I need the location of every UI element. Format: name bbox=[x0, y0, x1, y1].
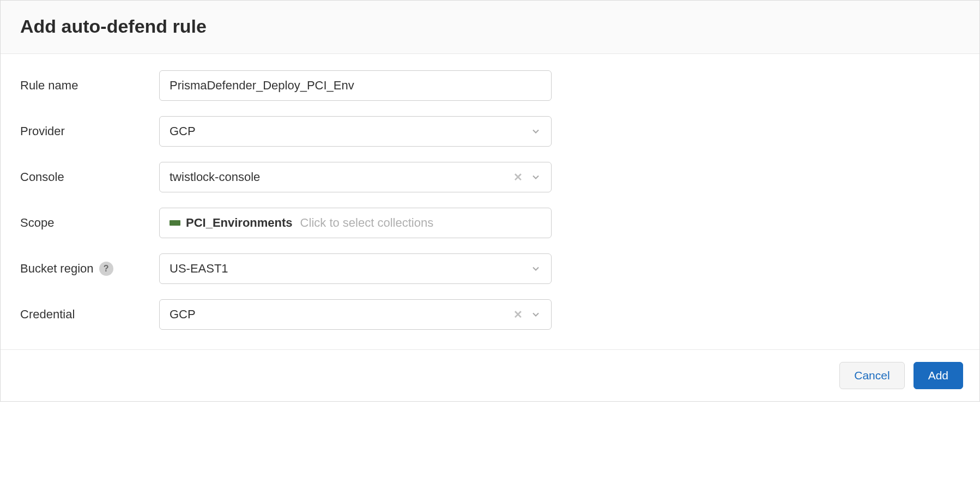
rule-name-row: Rule name bbox=[20, 70, 960, 101]
dialog-header: Add auto-defend rule bbox=[1, 1, 979, 54]
rule-name-input[interactable] bbox=[159, 70, 552, 101]
scope-swatch bbox=[170, 220, 180, 226]
bucket-region-label: Bucket region ? bbox=[20, 262, 159, 276]
scope-select[interactable]: PCI_Environments Click to select collect… bbox=[159, 208, 552, 238]
credential-row: Credential GCP ✕ bbox=[20, 299, 960, 330]
scope-label: Scope bbox=[20, 216, 159, 230]
bucket-region-select[interactable]: US-EAST1 bbox=[159, 253, 552, 284]
chevron-down-icon[interactable] bbox=[530, 309, 541, 320]
credential-value: GCP bbox=[170, 307, 513, 322]
console-row: Console twistlock-console ✕ bbox=[20, 162, 960, 192]
credential-select[interactable]: GCP ✕ bbox=[159, 299, 552, 330]
console-label: Console bbox=[20, 170, 159, 184]
add-auto-defend-rule-dialog: Add auto-defend rule Rule name Provider … bbox=[0, 0, 980, 402]
chevron-down-icon[interactable] bbox=[530, 263, 541, 274]
dialog-title: Add auto-defend rule bbox=[20, 16, 960, 37]
add-button[interactable]: Add bbox=[914, 362, 963, 389]
console-select[interactable]: twistlock-console ✕ bbox=[159, 162, 552, 192]
scope-placeholder: Click to select collections bbox=[300, 216, 434, 230]
chevron-down-icon[interactable] bbox=[530, 126, 541, 137]
scope-tag: PCI_Environments bbox=[170, 216, 293, 230]
console-value: twistlock-console bbox=[170, 170, 513, 184]
scope-tag-label: PCI_Environments bbox=[186, 216, 293, 230]
credential-label: Credential bbox=[20, 307, 159, 322]
provider-label: Provider bbox=[20, 124, 159, 138]
clear-icon[interactable]: ✕ bbox=[513, 171, 523, 184]
provider-row: Provider GCP bbox=[20, 116, 960, 147]
dialog-footer: Cancel Add bbox=[1, 349, 979, 401]
chevron-down-icon[interactable] bbox=[530, 172, 541, 183]
dialog-body: Rule name Provider GCP Console twistlock… bbox=[1, 54, 979, 349]
provider-select[interactable]: GCP bbox=[159, 116, 552, 147]
cancel-button[interactable]: Cancel bbox=[839, 362, 904, 389]
scope-row: Scope PCI_Environments Click to select c… bbox=[20, 208, 960, 238]
bucket-region-value: US-EAST1 bbox=[170, 262, 530, 276]
clear-icon[interactable]: ✕ bbox=[513, 308, 523, 321]
bucket-region-row: Bucket region ? US-EAST1 bbox=[20, 253, 960, 284]
provider-value: GCP bbox=[170, 124, 530, 138]
help-icon[interactable]: ? bbox=[99, 262, 113, 276]
bucket-region-label-text: Bucket region bbox=[20, 262, 94, 276]
rule-name-label: Rule name bbox=[20, 78, 159, 93]
